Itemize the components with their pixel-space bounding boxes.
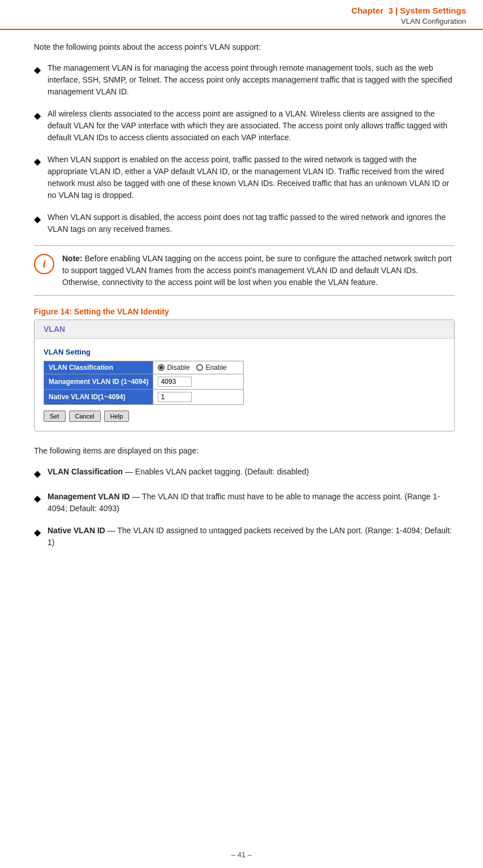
- list-item: ◆ Native VLAN ID — The VLAN ID assigned …: [34, 525, 455, 549]
- mgmt-vlan-label: Management VLAN ID (1~4094): [44, 374, 153, 390]
- bullet-text-4: When VLAN support is disabled, the acces…: [48, 211, 455, 235]
- content-area: Note the following points about the acce…: [0, 30, 483, 570]
- radio-group: Disable Enable: [158, 364, 239, 372]
- radio-enable-dot: [196, 364, 203, 371]
- bullet-text-3: When VLAN support is enabled on the acce…: [48, 154, 455, 201]
- bullet-diamond-icon: ◆: [34, 109, 41, 123]
- bullet-diamond-icon: ◆: [34, 492, 41, 506]
- page-header: Chapter 3 | System Settings VLAN Configu…: [0, 0, 483, 30]
- ui-buttons: Set Cancel Help: [44, 411, 445, 422]
- cancel-button[interactable]: Cancel: [69, 411, 101, 422]
- desc-term-2: Management VLAN ID: [48, 492, 130, 501]
- native-vlan-value: [153, 390, 244, 405]
- bullet-diamond-icon: ◆: [34, 155, 41, 169]
- vlan-ui-box: VLAN VLAN Setting VLAN Classification: [34, 319, 455, 431]
- radio-disable[interactable]: Disable: [158, 364, 189, 372]
- chapter-word: Chapter: [351, 6, 383, 15]
- vlan-classification-value: Disable Enable: [153, 361, 244, 374]
- native-vlan-label: Native VLAN ID(1~4094): [44, 390, 153, 405]
- radio-enable[interactable]: Enable: [196, 364, 226, 372]
- figure-caption: Figure 14: Setting the VLAN Identity: [34, 307, 455, 316]
- desc-term-3: Native VLAN ID: [48, 526, 105, 535]
- bullet-diamond-icon: ◆: [34, 467, 41, 481]
- note-content: Note: Before enabling VLAN tagging on th…: [62, 253, 455, 288]
- list-item: ◆ When VLAN support is enabled on the ac…: [34, 154, 455, 201]
- chapter-number: 3: [388, 6, 393, 15]
- header-section1: System Settings: [400, 6, 466, 15]
- vlan-ui-header: VLAN: [34, 320, 454, 339]
- header-chapter: Chapter 3 | System Settings: [351, 5, 466, 16]
- bullet-list: ◆ The management VLAN is for managing th…: [34, 62, 455, 235]
- bullet-diamond-icon: ◆: [34, 526, 41, 539]
- list-item: ◆ Management VLAN ID — The VLAN ID that …: [34, 491, 455, 515]
- note-box: i Note: Before enabling VLAN tagging on …: [34, 245, 455, 296]
- note-label: Note:: [62, 254, 83, 263]
- set-button[interactable]: Set: [44, 411, 66, 422]
- bullet-text-1: The management VLAN is for managing the …: [48, 62, 455, 98]
- note-body: Before enabling VLAN tagging on the acce…: [62, 254, 452, 287]
- bullet-diamond-icon: ◆: [34, 213, 41, 226]
- vlan-table: VLAN Classification Disable E: [44, 361, 244, 405]
- intro-text: Note the following points about the acce…: [34, 41, 455, 53]
- vlan-classification-label: VLAN Classification: [44, 361, 153, 374]
- header-text: Chapter 3 | System Settings VLAN Configu…: [351, 5, 466, 27]
- list-item: ◆ VLAN Classification — Enables VLAN pac…: [34, 466, 455, 481]
- desc-list: ◆ VLAN Classification — Enables VLAN pac…: [34, 466, 455, 549]
- header-subtitle: VLAN Configuration: [351, 16, 466, 27]
- bullet-diamond-icon: ◆: [34, 63, 41, 77]
- desc-item-3: Native VLAN ID — The VLAN ID assigned to…: [48, 525, 455, 549]
- mgmt-vlan-input[interactable]: [158, 377, 192, 387]
- radio-disable-label: Disable: [167, 364, 189, 372]
- desc-item-2: Management VLAN ID — The VLAN ID that tr…: [48, 491, 455, 515]
- table-row: Native VLAN ID(1~4094): [44, 390, 244, 405]
- bullet-text-2: All wireless clients associated to the a…: [48, 108, 455, 144]
- following-items-intro: The following items are displayed on thi…: [34, 445, 455, 457]
- help-button[interactable]: Help: [104, 411, 130, 422]
- vlan-ui-body: VLAN Setting VLAN Classification Disable: [34, 339, 454, 431]
- native-vlan-input[interactable]: [158, 392, 192, 402]
- table-row: Management VLAN ID (1~4094): [44, 374, 244, 390]
- page-container: Chapter 3 | System Settings VLAN Configu…: [0, 0, 483, 868]
- desc-term-1: VLAN Classification: [48, 467, 123, 476]
- radio-disable-dot: [158, 364, 165, 371]
- list-item: ◆ All wireless clients associated to the…: [34, 108, 455, 144]
- page-footer: – 41 –: [0, 850, 483, 859]
- mgmt-vlan-value: [153, 374, 244, 390]
- desc-item-1: VLAN Classification — Enables VLAN packe…: [48, 466, 309, 478]
- table-row: VLAN Classification Disable E: [44, 361, 244, 374]
- radio-enable-label: Enable: [205, 364, 226, 372]
- list-item: ◆ When VLAN support is disabled, the acc…: [34, 211, 455, 235]
- vlan-setting-title: VLAN Setting: [44, 348, 445, 356]
- list-item: ◆ The management VLAN is for managing th…: [34, 62, 455, 98]
- note-icon: i: [34, 254, 54, 274]
- page-number: – 41 –: [231, 850, 252, 859]
